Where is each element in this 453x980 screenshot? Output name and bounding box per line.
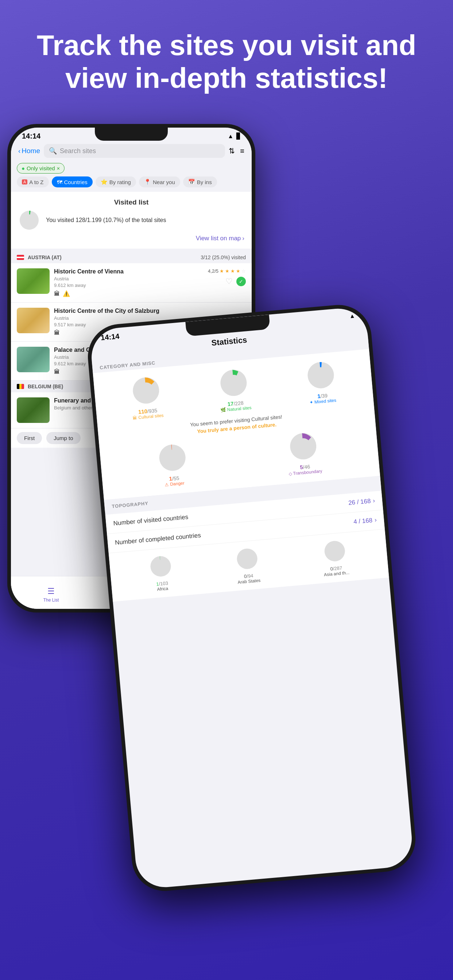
danger-pie-icon bbox=[156, 442, 188, 474]
arab-pie-icon bbox=[234, 546, 260, 571]
status-icons-front: ▲ bbox=[349, 312, 355, 320]
jump-to-button[interactable]: Jump to bbox=[46, 432, 80, 444]
filter-label: Only visited bbox=[27, 165, 55, 171]
danger-chart: 1/55 ⚠ Danger bbox=[156, 442, 189, 488]
africa-pie-icon bbox=[148, 554, 173, 579]
time-back: 14:14 bbox=[22, 132, 40, 140]
salzburg-building-icon: 🏛 bbox=[54, 329, 60, 336]
sort-tab-countries[interactable]: 🗺 Countries bbox=[52, 177, 93, 188]
vienna-distance: 9.612 km away bbox=[54, 283, 204, 288]
vienna-rating: 4,2/5 bbox=[208, 268, 219, 274]
status-icons-back: ▲ ▊ bbox=[228, 133, 241, 140]
heart-icon[interactable]: ♡ bbox=[225, 277, 233, 286]
back-button[interactable]: ‹ Home bbox=[18, 147, 40, 155]
completed-countries-value: 4 / 168 › bbox=[353, 517, 377, 526]
star4: ★ bbox=[236, 268, 240, 274]
category-card: 110/935 🏛 Cultural sites 17/228 🌿 Natu bbox=[93, 349, 380, 500]
chevron-right-icon: › bbox=[242, 235, 244, 242]
star3: ★ bbox=[231, 268, 235, 274]
visited-title: Visited list bbox=[18, 198, 244, 206]
wifi-icon: ▲ bbox=[228, 133, 233, 140]
danger-label: 1/55 ⚠ Danger bbox=[164, 474, 185, 487]
sort-nearyou-label: Near you bbox=[153, 179, 175, 185]
africa-chart: 1/103 Africa bbox=[148, 554, 175, 592]
belgium-flag-icon bbox=[17, 384, 24, 389]
transboundary-chart: 5/46 ◇ Transboundary bbox=[285, 430, 322, 477]
warning-icon: ⚠️ bbox=[63, 290, 70, 297]
salzburg-name: Historic Centre of the City of Salzburg bbox=[54, 308, 246, 314]
battery-icon: ▊ bbox=[236, 133, 241, 140]
asia-pie-icon bbox=[322, 538, 347, 564]
hero-title: Track the sites you visit and view in-de… bbox=[0, 0, 453, 109]
palace-building-icon: 🏛 bbox=[54, 369, 60, 375]
sort-tab-nearyou[interactable]: 📍 Near you bbox=[139, 177, 180, 188]
vienna-item-container: Historic Centre of Vienna Austria 9.612 … bbox=[11, 263, 252, 302]
sort-byins-icon: 📅 bbox=[188, 179, 195, 185]
sort-tab-byins[interactable]: 📅 By ins bbox=[183, 177, 217, 188]
search-icon: 🔍 bbox=[49, 147, 57, 155]
chevron-right-completed-icon: › bbox=[374, 517, 377, 524]
first-button[interactable]: First bbox=[17, 432, 42, 444]
only-visited-filter[interactable]: ● Only visited × bbox=[17, 163, 65, 173]
vienna-icons: 🏛 ⚠️ bbox=[54, 290, 204, 297]
green-dot-icon: ● bbox=[22, 165, 25, 171]
belgium-name: BELGIUM (BE) bbox=[28, 383, 63, 390]
vienna-thumb bbox=[17, 268, 49, 294]
star2: ★ bbox=[225, 268, 230, 274]
sort-tab-rating[interactable]: ⭐ By rating bbox=[96, 177, 136, 188]
cultural-chart: 110/935 🏛 Cultural sites bbox=[129, 375, 164, 421]
transboundary-pie-icon bbox=[287, 431, 319, 462]
tab-thelist-label: The List bbox=[43, 598, 59, 603]
sort-icon[interactable]: ⇅ bbox=[229, 146, 235, 155]
filter-row: ● Only visited × bbox=[11, 162, 252, 175]
visited-countries-label: Number of visited countries bbox=[113, 514, 188, 528]
tab-thelist[interactable]: ☰ The List bbox=[11, 583, 91, 603]
visited-card: Visited list You visited 128/1.199 (10.7… bbox=[11, 192, 252, 249]
austria-flag-icon bbox=[17, 255, 24, 260]
sort-rating-icon: ⭐ bbox=[100, 179, 108, 185]
completed-countries-label: Number of completed countries bbox=[115, 532, 201, 547]
time-front: 14:14 bbox=[100, 332, 120, 342]
asia-chart: 0/287 Asia and th... bbox=[321, 538, 350, 578]
visited-countries-value: 26 / 168 › bbox=[348, 497, 375, 507]
arab-chart: 0/94 Arab States bbox=[234, 546, 261, 585]
sort-countries-icon: 🗺 bbox=[57, 179, 62, 185]
mixed-pie-icon bbox=[305, 360, 337, 391]
list-icon: ☰ bbox=[48, 587, 55, 596]
natural-pie-icon bbox=[218, 367, 249, 399]
star5: ☆ bbox=[241, 268, 246, 274]
cultural-pie-icon bbox=[130, 375, 162, 407]
notch-back bbox=[95, 127, 168, 141]
sort-tab-atoz[interactable]: A A to Z bbox=[17, 177, 49, 188]
back-label: Home bbox=[22, 147, 40, 155]
sort-atoz-label: A to Z bbox=[29, 179, 43, 185]
star1: ★ bbox=[220, 268, 224, 274]
natural-label: 17/228 🌿 Natural sites bbox=[220, 399, 252, 413]
svg-point-1 bbox=[23, 215, 35, 226]
wifi-front-icon: ▲ bbox=[349, 312, 355, 320]
chevron-left-icon: ‹ bbox=[18, 147, 21, 155]
salzburg-thumb bbox=[17, 308, 49, 333]
sort-tabs: A A to Z 🗺 Countries ⭐ By rating 📍 Near … bbox=[11, 175, 252, 189]
sort-atoz-icon: A bbox=[22, 180, 27, 185]
search-bar[interactable]: 🔍 Search sites bbox=[44, 144, 225, 158]
vienna-name: Historic Centre of Vienna bbox=[54, 268, 204, 275]
vienna-item[interactable]: Historic Centre of Vienna Austria 9.612 … bbox=[11, 263, 252, 302]
austria-name: AUSTRIA (AT) bbox=[28, 255, 62, 260]
view-map-link[interactable]: View list on map › bbox=[18, 235, 244, 242]
visited-check-icon: ✓ bbox=[236, 277, 246, 286]
filter-icon[interactable]: ≡ bbox=[240, 147, 244, 155]
sort-countries-label: Countries bbox=[64, 179, 88, 185]
transboundary-label: 5/46 ◇ Transboundary bbox=[288, 462, 322, 477]
palace-thumb bbox=[17, 347, 49, 372]
vienna-country: Austria bbox=[54, 276, 204, 282]
close-filter-icon[interactable]: × bbox=[57, 165, 60, 171]
visited-pie-chart bbox=[18, 209, 40, 231]
chevron-right-countries-icon: › bbox=[373, 497, 375, 504]
nav-icons: ⇅ ≡ bbox=[229, 146, 244, 155]
natural-chart: 17/228 🌿 Natural sites bbox=[217, 367, 252, 413]
sort-nearyou-icon: 📍 bbox=[144, 179, 151, 185]
austria-stats: 3/12 (25.0%) visited bbox=[201, 255, 246, 260]
search-placeholder: Search sites bbox=[60, 147, 96, 155]
sort-byins-label: By ins bbox=[197, 179, 212, 185]
